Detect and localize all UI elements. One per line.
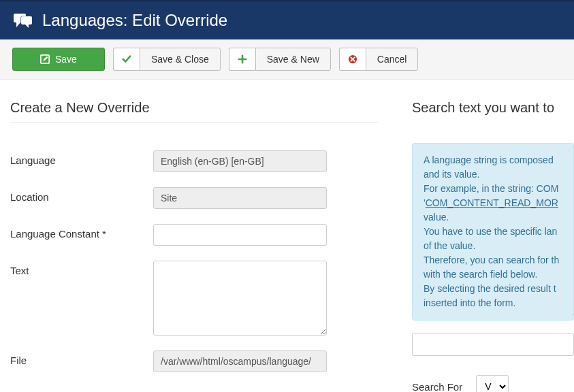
info-box: A language string is composed and its va… [412, 143, 574, 321]
save-button[interactable]: Save [12, 48, 105, 71]
content: Create a New Override Language Location … [0, 80, 574, 392]
save-close-icon-button[interactable] [113, 48, 140, 71]
save-close-group: Save & Close [113, 48, 221, 71]
row-language: Language [10, 150, 378, 172]
cancel-icon [348, 54, 357, 64]
input-constant[interactable] [153, 224, 327, 246]
input-location [153, 187, 327, 209]
svg-marker-5 [25, 24, 29, 28]
cancel-group: Cancel [339, 48, 419, 71]
search-for-row: Search For V [412, 375, 574, 392]
page-header: Languages: Edit Override [0, 4, 574, 39]
check-icon [122, 54, 131, 64]
label-language: Language [10, 150, 153, 166]
label-file: File [10, 350, 153, 366]
save-new-icon-button[interactable] [229, 48, 255, 71]
label-text: Text [10, 261, 153, 276]
comments-icon [14, 12, 33, 29]
cancel-icon-button[interactable] [339, 48, 366, 71]
svg-rect-4 [21, 16, 32, 24]
left-column: Create a New Override Language Location … [10, 100, 378, 392]
save-new-button[interactable]: Save & New [255, 48, 331, 71]
input-language [153, 150, 327, 172]
svg-marker-1 [16, 22, 21, 27]
cancel-button[interactable]: Cancel [366, 48, 419, 71]
search-for-label: Search For [412, 381, 462, 393]
search-input[interactable] [412, 333, 574, 356]
row-constant: Language Constant * [10, 224, 378, 246]
right-column: Search text you want to A language strin… [412, 100, 574, 392]
page-title: Languages: Edit Override [42, 11, 227, 30]
toolbar: Save Save & Close Save & New [0, 39, 574, 80]
search-for-select[interactable]: V [476, 375, 509, 392]
save-new-group: Save & New [229, 48, 331, 71]
label-constant: Language Constant * [10, 224, 153, 240]
row-text: Text [10, 261, 378, 336]
left-section-title: Create a New Override [10, 100, 378, 123]
label-location: Location [10, 187, 153, 203]
plus-icon [238, 54, 247, 64]
check-edit-icon [40, 54, 50, 64]
input-file [153, 350, 327, 372]
row-location: Location [10, 187, 378, 209]
input-text[interactable] [153, 261, 327, 336]
row-file: File [10, 350, 378, 372]
save-close-button[interactable]: Save & Close [140, 48, 221, 71]
right-section-title: Search text you want to [412, 100, 574, 122]
search-row [412, 333, 574, 356]
